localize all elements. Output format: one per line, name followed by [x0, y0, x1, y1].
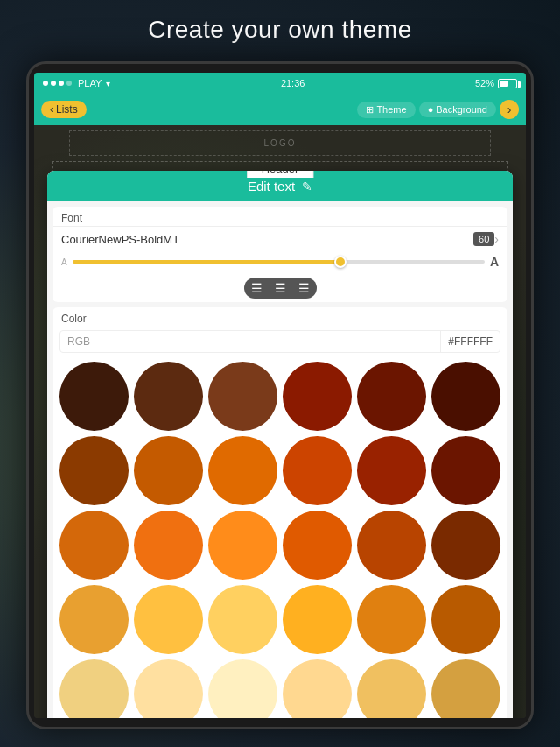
signal-dot-4	[66, 81, 72, 86]
signal-dot-3	[59, 81, 64, 86]
ipad-screen: PLAY ▾ 21:36 52% ‹ Lists ⊞ Theme	[34, 73, 526, 718]
color-swatch-2-2[interactable]	[208, 511, 277, 580]
color-swatch-0-0[interactable]	[60, 362, 129, 431]
color-swatch-2-3[interactable]	[283, 511, 352, 580]
color-palette	[52, 356, 508, 718]
background-icon: ●	[428, 104, 434, 115]
logo-label: LOGO	[264, 138, 297, 148]
theme-label: Theme	[376, 104, 406, 115]
back-label: Lists	[56, 103, 78, 116]
font-size-slider[interactable]	[73, 260, 485, 264]
font-section-label: Font	[52, 207, 508, 226]
status-bar: PLAY ▾ 21:36 52%	[34, 73, 526, 94]
color-swatch-4-1[interactable]	[134, 659, 203, 718]
color-swatch-4-3[interactable]	[283, 659, 352, 718]
color-swatch-2-5[interactable]	[431, 511, 500, 580]
slider-label-large: A	[490, 255, 499, 269]
rgb-input[interactable]: RGB	[60, 331, 440, 352]
signal-dot-1	[43, 81, 48, 86]
color-swatch-1-1[interactable]	[134, 436, 203, 505]
theme-icon: ⊞	[366, 104, 374, 116]
color-swatch-2-1[interactable]	[134, 511, 203, 580]
battery-fill	[500, 81, 508, 87]
carrier-label: PLAY	[78, 78, 102, 88]
hex-value: #FFFFFF	[440, 331, 500, 352]
color-section-label: Color	[52, 307, 508, 327]
background-label: Background	[436, 104, 487, 115]
color-swatch-1-3[interactable]	[283, 436, 352, 505]
align-pills: ☰ ☰ ☰	[244, 278, 317, 299]
next-chevron: ›	[508, 102, 512, 116]
battery-percent: 52%	[475, 78, 494, 88]
battery-icon	[498, 79, 517, 88]
align-center-button[interactable]: ☰	[275, 281, 286, 295]
font-row[interactable]: CourierNewPS-BoldMT 60 ›	[52, 226, 508, 251]
font-size-badge: 60	[473, 232, 494, 246]
color-swatch-1-2[interactable]	[208, 436, 277, 505]
theme-button[interactable]: ⊞ Theme	[357, 102, 415, 118]
back-button[interactable]: ‹ Lists	[41, 101, 87, 118]
color-swatch-0-5[interactable]	[431, 362, 500, 431]
font-chevron-icon: ›	[494, 232, 499, 246]
color-swatch-3-0[interactable]	[60, 585, 129, 654]
slider-label-small: A	[61, 257, 67, 267]
color-swatch-3-4[interactable]	[357, 585, 426, 654]
app-content: LOGO SUBSCRIBE TO Header Edit text ✎ Fon…	[34, 125, 526, 718]
back-chevron: ‹	[50, 103, 53, 116]
panel-overlay: Header Edit text ✎ Font CourierNewPS-Bol…	[47, 171, 513, 718]
nav-right: ⊞ Theme ● Background ›	[357, 100, 519, 119]
align-row: ☰ ☰ ☰	[52, 274, 508, 302]
wifi-icon: ▾	[106, 79, 110, 88]
color-swatch-4-2[interactable]	[208, 659, 277, 718]
color-swatch-1-4[interactable]	[357, 436, 426, 505]
color-swatch-0-2[interactable]	[208, 362, 277, 431]
logo-area: LOGO	[69, 130, 491, 156]
color-swatch-1-0[interactable]	[60, 436, 129, 505]
slider-thumb[interactable]	[334, 256, 346, 268]
color-swatch-4-0[interactable]	[60, 659, 129, 718]
color-swatch-3-3[interactable]	[283, 585, 352, 654]
status-right: 52%	[475, 78, 517, 88]
nav-bar: ‹ Lists ⊞ Theme ● Background ›	[34, 94, 526, 125]
edit-text-label: Edit text	[248, 179, 295, 194]
color-input-row: RGB #FFFFFF	[60, 330, 500, 353]
color-swatch-4-4[interactable]	[357, 659, 426, 718]
color-swatch-0-1[interactable]	[134, 362, 203, 431]
font-name: CourierNewPS-BoldMT	[61, 233, 473, 246]
font-size-slider-row: A A	[52, 251, 508, 274]
color-swatch-1-5[interactable]	[431, 436, 500, 505]
color-swatch-3-1[interactable]	[134, 585, 203, 654]
font-section: Font CourierNewPS-BoldMT 60 › A A	[52, 207, 508, 302]
color-swatch-2-4[interactable]	[357, 511, 426, 580]
status-time: 21:36	[281, 78, 305, 88]
color-section: Color RGB #FFFFFF	[52, 307, 508, 718]
status-left: PLAY ▾	[43, 78, 110, 88]
page-title: Create your own theme	[0, 16, 560, 44]
next-button[interactable]: ›	[500, 100, 519, 119]
color-swatch-0-3[interactable]	[283, 362, 352, 431]
color-swatch-3-2[interactable]	[208, 585, 277, 654]
color-swatch-4-5[interactable]	[431, 659, 500, 718]
color-swatch-0-4[interactable]	[357, 362, 426, 431]
background-button[interactable]: ● Background	[419, 102, 496, 117]
color-swatch-3-5[interactable]	[431, 585, 500, 654]
color-swatch-2-0[interactable]	[60, 511, 129, 580]
ipad-frame: PLAY ▾ 21:36 52% ‹ Lists ⊞ Theme	[26, 61, 534, 729]
signal-dot-2	[51, 81, 56, 86]
align-right-button[interactable]: ☰	[298, 281, 310, 295]
edit-pencil-icon: ✎	[302, 180, 312, 194]
header-tab[interactable]: Header	[247, 171, 314, 178]
slider-fill	[73, 260, 340, 264]
align-left-button[interactable]: ☰	[251, 281, 262, 295]
